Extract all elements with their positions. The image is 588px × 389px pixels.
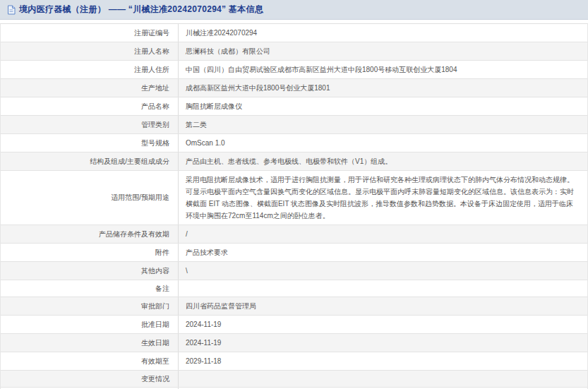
row-label: 批准日期 — [141, 320, 169, 330]
row-value: \ — [186, 265, 188, 277]
row-value: 2029-11-18 — [186, 355, 221, 367]
row-value: 川械注准20242070294 — [186, 27, 257, 39]
row-label: 生产地址 — [141, 83, 169, 93]
table-row: 注册证编号 川械注准20242070294 — [1, 24, 587, 42]
table-row: 审批部门 四川省药品监督管理局 — [1, 297, 587, 316]
table-row: 适用范围/预期用途 采用电阻抗断层成像技术，适用于进行胸阻抗测量，用于评估和研究… — [1, 171, 587, 225]
info-table: 注册证编号 川械注准20242070294 注册人名称 思澜科技（成都）有限公司… — [0, 23, 588, 389]
row-label: 注册证编号 — [134, 28, 169, 38]
row-value: / — [186, 228, 188, 240]
table-row: 产品储存条件及有效期 / — [1, 225, 587, 244]
row-label: 型号规格 — [141, 138, 169, 148]
row-label: 注册人住所 — [134, 65, 169, 75]
table-row: 变更情况 — [1, 371, 587, 388]
row-label: 产品名称 — [141, 102, 169, 112]
row-label: 产品储存条件及有效期 — [99, 229, 169, 239]
table-row: 产品名称 胸阻抗断层成像仪 — [1, 97, 587, 116]
row-label: 附件 — [155, 248, 169, 258]
row-value: 中国（四川）自由贸易试验区成都市高新区益州大道中段1800号移动互联创业大厦18… — [186, 64, 457, 76]
table-row: 型号规格 OmScan 1.0 — [1, 134, 587, 152]
table-row: 附件 产品技术要求 — [1, 244, 587, 262]
row-label: 审批部门 — [141, 301, 169, 311]
row-value: 采用电阻抗断层成像技术，适用于进行胸阻抗测量，用于评估和研究各种生理或病理状态下… — [186, 174, 577, 222]
row-value: 2024-11-19 — [186, 318, 221, 330]
table-row: 管理类别 第二类 — [1, 116, 587, 134]
table-row: 生产地址 成都高新区益州大道中段1800号创业大厦1801 — [1, 79, 587, 97]
row-value: 第二类 — [186, 119, 207, 131]
row-label: 生效日期 — [141, 338, 169, 348]
row-value: 产品技术要求 — [186, 246, 228, 258]
row-value: 思澜科技（成都）有限公司 — [186, 45, 270, 57]
table-row: 注册人名称 思澜科技（成都）有限公司 — [1, 42, 587, 61]
row-label: 管理类别 — [141, 120, 169, 130]
table-row: 注册人住所 中国（四川）自由贸易试验区成都市高新区益州大道中段1800号移动互联… — [1, 61, 587, 79]
document-icon — [7, 5, 16, 15]
row-label: 有效期至 — [141, 357, 169, 366]
row-label: 结构及组成/主要组成成分 — [90, 157, 169, 167]
row-label: 备注 — [155, 284, 169, 294]
table-row: 备注 — [1, 280, 587, 297]
row-value: 四川省药品监督管理局 — [186, 300, 256, 312]
registration-info-page: 境内医疗器械（注册） —— “川械注准20242070294” 基本信息 注册证… — [0, 0, 588, 389]
table-row: 其他内容 \ — [1, 262, 587, 280]
row-label: 适用范围/预期用途 — [111, 193, 169, 203]
table-row: 生效日期 2024-11-19 — [1, 334, 587, 352]
row-value: 成都高新区益州大道中段1800号创业大厦1801 — [186, 82, 330, 94]
row-value: 产品由主机、患者线缆、参考电极线、电极带和软件（V1）组成。 — [186, 155, 392, 167]
row-label: 其他内容 — [141, 266, 169, 276]
row-value: OmScan 1.0 — [186, 137, 225, 149]
table-row: 批准日期 2024-11-19 — [1, 316, 587, 334]
table-row: 结构及组成/主要组成成分 产品由主机、患者线缆、参考电极线、电极带和软件（V1）… — [1, 152, 587, 171]
page-header: 境内医疗器械（注册） —— “川械注准20242070294” 基本信息 — [0, 0, 588, 20]
row-label: 注册人名称 — [134, 47, 169, 56]
table-row: 有效期至 2029-11-18 — [1, 352, 587, 371]
row-label: 变更情况 — [141, 374, 169, 384]
page-title: 境内医疗器械（注册） —— “川械注准20242070294” 基本信息 — [19, 4, 263, 16]
row-value: 胸阻抗断层成像仪 — [186, 100, 242, 112]
row-value: 2024-11-19 — [186, 337, 221, 349]
